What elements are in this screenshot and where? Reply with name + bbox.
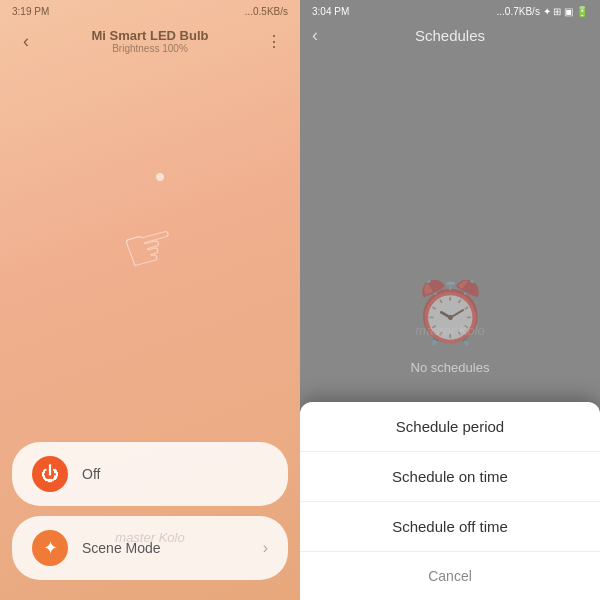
off-button[interactable]: ⏻ Off [12,442,288,506]
off-label: Off [82,466,268,482]
device-title: Mi Smart LED Bulb Brightness 100% [40,28,260,54]
touch-ripple [156,173,164,181]
schedules-title: Schedules [415,27,485,44]
bottom-controls: ⏻ Off ✦ Scene Mode › [0,430,300,592]
top-bar-left: ‹ Mi Smart LED Bulb Brightness 100% ⋮ [0,23,300,63]
touch-icon: ☞ [115,206,185,288]
time-right: 3:04 PM [312,6,349,17]
scene-icon: ✦ [32,530,68,566]
alarm-icon: ⏰ [413,277,488,348]
device-name: Mi Smart LED Bulb [91,28,208,43]
time-left: 3:19 PM [12,6,49,17]
off-icon: ⏻ [32,456,68,492]
device-subtitle: Brightness 100% [112,43,188,54]
status-bar-left: 3:19 PM ...0.5KB/s [0,0,300,23]
status-bar-right: 3:04 PM ...0.7KB/s ✦ ⊞ ▣ 🔋 [300,0,600,23]
cancel-item[interactable]: Cancel [300,552,600,600]
no-schedules-text: No schedules [411,360,490,375]
signal-left: ...0.5KB/s [245,6,288,17]
more-button[interactable]: ⋮ [260,27,288,55]
back-button-left[interactable]: ‹ [12,27,40,55]
bottom-sheet: Schedule period Schedule on time Schedul… [300,402,600,600]
right-panel: 3:04 PM ...0.7KB/s ✦ ⊞ ▣ 🔋 ‹ Schedules ⏰… [300,0,600,600]
scene-mode-label: Scene Mode [82,540,249,556]
scene-mode-button[interactable]: ✦ Scene Mode › [12,516,288,580]
chevron-right-icon: › [263,539,268,557]
top-bar-right: ‹ Schedules [300,23,600,52]
back-button-right[interactable]: ‹ [312,25,318,46]
left-center: ☞ [0,63,300,430]
schedule-on-time-item[interactable]: Schedule on time [300,452,600,502]
left-panel: 3:19 PM ...0.5KB/s ‹ Mi Smart LED Bulb B… [0,0,300,600]
status-icons: ...0.7KB/s ✦ ⊞ ▣ 🔋 [497,6,588,17]
schedule-off-time-item[interactable]: Schedule off time [300,502,600,552]
schedule-period-item[interactable]: Schedule period [300,402,600,452]
